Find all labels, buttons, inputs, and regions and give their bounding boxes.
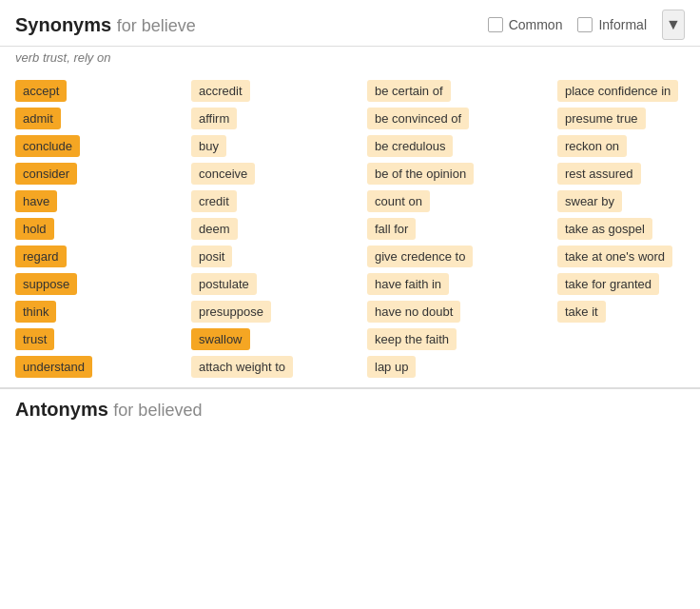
synonym-column-3: be certain ofbe convinced ofbe credulous… (360, 80, 550, 378)
synonym-tag[interactable]: postulate (191, 273, 257, 295)
synonym-tag[interactable]: regard (15, 246, 67, 267)
synonym-tag[interactable]: be certain of (367, 80, 451, 102)
synonym-tag[interactable]: give credence to (367, 246, 473, 267)
synonym-tag[interactable]: be of the opinion (367, 163, 474, 185)
synonym-tag[interactable]: affirm (191, 108, 237, 129)
synonym-tag[interactable]: have no doubt (367, 301, 460, 323)
synonym-tag[interactable]: posit (191, 246, 232, 267)
informal-checkbox[interactable] (577, 17, 593, 32)
synonym-tag[interactable]: fall for (367, 218, 416, 240)
synonym-tag[interactable]: lap up (367, 356, 416, 378)
synonym-tag[interactable]: conclude (15, 135, 80, 157)
synonym-tag[interactable]: take for granted (557, 273, 659, 295)
antonyms-section-header: Antonyms for believed (0, 387, 700, 430)
header-title-section: Synonyms for believe (15, 14, 196, 36)
informal-filter[interactable]: Informal (577, 17, 647, 32)
synonym-tag[interactable]: swallow (191, 328, 250, 350)
synonym-tag[interactable]: presume true (557, 108, 646, 129)
common-filter[interactable]: Common (488, 17, 563, 32)
common-checkbox[interactable] (488, 17, 503, 32)
synonym-column-2: accreditaffirmbuyconceivecreditdeemposit… (184, 80, 360, 378)
synonym-column-4: place confidence inpresume truereckon on… (550, 80, 700, 378)
synonym-tag[interactable]: presuppose (191, 301, 271, 323)
synonym-tag[interactable]: reckon on (557, 135, 627, 157)
synonym-tag[interactable]: be credulous (367, 135, 453, 157)
synonym-tag[interactable]: conceive (191, 163, 255, 185)
synonym-tag[interactable]: have faith in (367, 273, 449, 295)
synonym-tag[interactable]: be convinced of (367, 108, 469, 129)
synonym-tag[interactable]: consider (15, 163, 77, 185)
filter-dropdown-button[interactable]: ▼ (662, 10, 685, 40)
synonym-column-1: acceptadmitconcludeconsiderhaveholdregar… (8, 80, 184, 378)
synonym-tag[interactable]: understand (15, 356, 92, 378)
synonym-tag[interactable]: buy (191, 135, 226, 157)
synonym-tag[interactable]: keep the faith (367, 328, 457, 350)
synonym-tag[interactable]: take as gospel (557, 218, 652, 240)
synonym-tag[interactable]: think (15, 301, 56, 323)
synonym-tag[interactable]: admit (15, 108, 61, 129)
synonym-tag[interactable]: swear by (557, 190, 622, 212)
synonym-tag[interactable]: have (15, 190, 57, 212)
synonym-tag[interactable]: accept (15, 80, 67, 102)
synonym-tag[interactable]: deem (191, 218, 238, 240)
page-title: Synonyms for believe (15, 14, 196, 36)
synonym-tag[interactable]: credit (191, 190, 237, 212)
synonym-tag[interactable]: rest assured (557, 163, 641, 185)
synonym-tag[interactable]: hold (15, 218, 54, 240)
synonym-tag[interactable]: take it (557, 301, 606, 323)
synonym-tag[interactable]: trust (15, 328, 54, 350)
synonym-tag[interactable]: accredit (191, 80, 250, 102)
synonym-tag[interactable]: take at one's word (557, 246, 672, 267)
synonym-tag[interactable]: count on (367, 190, 430, 212)
synonym-tag[interactable]: attach weight to (191, 356, 293, 378)
synonym-tag[interactable]: place confidence in (557, 80, 678, 102)
dropdown-icon: ▼ (666, 16, 681, 33)
synonym-tag[interactable]: suppose (15, 273, 77, 295)
synonyms-grid: acceptadmitconcludeconsiderhaveholdregar… (0, 74, 700, 387)
subtitle: verb trust, rely on (0, 47, 700, 74)
page-header: Synonyms for believe Common Informal ▼ (0, 0, 700, 47)
header-filters: Common Informal ▼ (488, 10, 685, 40)
